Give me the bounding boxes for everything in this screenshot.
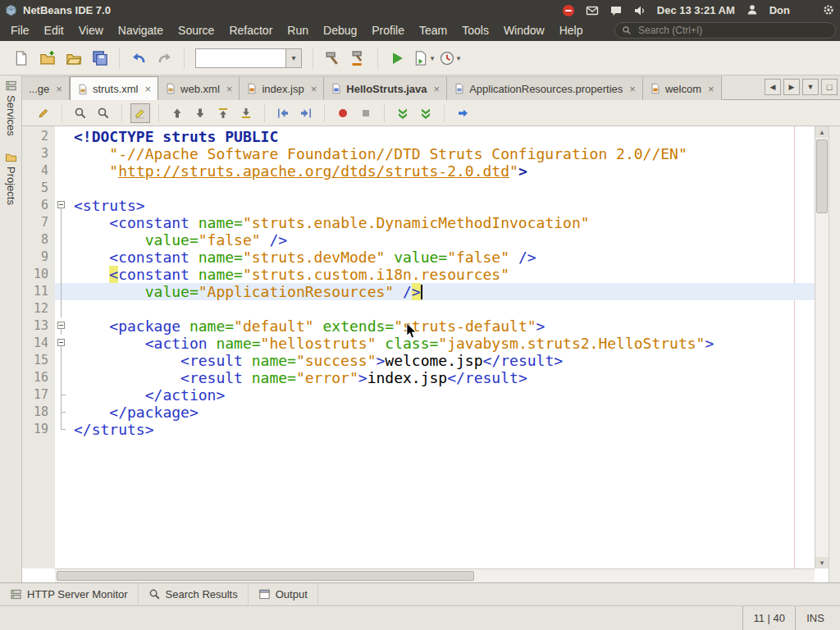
menu-navigate[interactable]: Navigate: [111, 20, 171, 41]
clock[interactable]: Dec 13 3:21 AM: [657, 4, 735, 16]
code-line-19[interactable]: 19</struts>: [22, 421, 815, 438]
tab--ge[interactable]: ...ge×: [22, 76, 70, 100]
new-project-button[interactable]: [36, 47, 59, 70]
volume-indicator[interactable]: [633, 2, 646, 17]
tab-web-xml[interactable]: web.xml×: [158, 76, 240, 100]
bottom-tab-http-server-monitor[interactable]: HTTP Server Monitor: [0, 583, 139, 605]
profile-project-button[interactable]: ▾: [438, 47, 461, 70]
quick-search[interactable]: [614, 22, 836, 39]
tab-struts-xml[interactable]: struts.xml×: [70, 76, 158, 100]
debug-project-button[interactable]: ▾: [412, 47, 435, 70]
code-line-6[interactable]: 6<struts>: [22, 197, 815, 214]
code-line-15[interactable]: 15 <result name="success">welcome.jsp</r…: [22, 352, 815, 369]
editor-panel[interactable]: 2<!DOCTYPE struts PUBLIC3 "-//Apache Sof…: [22, 126, 840, 582]
stop-macro-recording-button[interactable]: [356, 103, 376, 123]
tab-welcom[interactable]: welcom×: [643, 76, 722, 100]
open-project-button[interactable]: [62, 47, 85, 70]
code-area[interactable]: 2<!DOCTYPE struts PUBLIC3 "-//Apache Sof…: [22, 128, 815, 438]
menu-run[interactable]: Run: [280, 20, 316, 41]
go-forward-button[interactable]: [453, 103, 472, 123]
menu-tools[interactable]: Tools: [454, 20, 496, 41]
code-line-8[interactable]: 8 value="false" />: [22, 231, 815, 249]
uncomment-button[interactable]: [416, 103, 436, 123]
tab-close-icon[interactable]: ×: [311, 84, 317, 94]
menu-help[interactable]: Help: [552, 20, 591, 41]
code-line-11[interactable]: 11 value="ApplicationResources" />: [22, 283, 815, 300]
build-project-button[interactable]: [321, 47, 344, 70]
code-line-14[interactable]: 14 <action name="hellostruts" class="jav…: [22, 335, 815, 352]
maximize-window-button[interactable]: □: [821, 79, 838, 95]
tab-close-icon[interactable]: ×: [226, 84, 233, 94]
search-input[interactable]: [637, 24, 829, 37]
minus-box-icon[interactable]: [57, 201, 65, 208]
sidebar-item-services[interactable]: Services: [5, 80, 17, 136]
main-project-combobox[interactable]: ▾: [195, 48, 302, 68]
tab-close-icon[interactable]: ×: [145, 84, 152, 94]
chevron-down-icon[interactable]: ▾: [285, 49, 301, 67]
shift-line-right-button[interactable]: [296, 103, 316, 123]
chevron-down-icon[interactable]: ▾: [431, 54, 435, 62]
code-line-10[interactable]: 10 <constant name="struts.custom.i18n.re…: [22, 266, 815, 283]
menu-file[interactable]: File: [3, 20, 37, 41]
minus-box-icon[interactable]: [57, 322, 65, 329]
status-indicator[interactable]: [562, 2, 575, 17]
minus-box-icon[interactable]: [57, 339, 65, 346]
fold-collapse-icon[interactable]: [55, 335, 68, 352]
menu-team[interactable]: Team: [412, 20, 454, 41]
comment-button[interactable]: [393, 103, 413, 123]
menu-view[interactable]: View: [71, 20, 111, 41]
show-opened-documents-button[interactable]: ▼: [802, 79, 819, 95]
menu-debug[interactable]: Debug: [316, 20, 364, 41]
new-file-button[interactable]: [10, 47, 33, 70]
fold-collapse-icon[interactable]: [55, 197, 68, 214]
menu-window[interactable]: Window: [496, 20, 552, 41]
tab-applicationresources-properties[interactable]: ApplicationResources.properties×: [447, 76, 643, 100]
code-line-17[interactable]: 17 </action>: [22, 386, 815, 404]
menu-edit[interactable]: Edit: [37, 20, 71, 41]
shift-line-left-button[interactable]: [273, 103, 293, 123]
scroll-down-icon[interactable]: ▼: [815, 557, 829, 568]
save-all-button[interactable]: [89, 47, 112, 70]
horizontal-scrollbar[interactable]: [55, 568, 815, 582]
code-line-12[interactable]: 12: [22, 300, 815, 317]
code-line-13[interactable]: 13 <package name="default" extends="stru…: [22, 317, 815, 335]
toggle-highlight-search-button[interactable]: [130, 103, 150, 123]
bottom-tab-output[interactable]: Output: [249, 583, 318, 605]
tab-close-icon[interactable]: ×: [434, 84, 441, 94]
start-macro-recording-button[interactable]: [333, 103, 353, 123]
menu-refactor[interactable]: Refactor: [221, 20, 280, 41]
menu-profile[interactable]: Profile: [364, 20, 412, 41]
find-occurrence-button[interactable]: [94, 103, 113, 123]
code-line-5[interactable]: 5: [22, 180, 815, 197]
gear-icon[interactable]: [822, 3, 835, 16]
scroll-tabs-right-button[interactable]: ▶: [783, 79, 800, 95]
tab-hellostruts-java[interactable]: HelloStruts.java×: [324, 76, 447, 100]
code-line-4[interactable]: 4 "http://struts.apache.org/dtds/struts-…: [22, 162, 815, 180]
code-line-16[interactable]: 16 <result name="error">index.jsp</resul…: [22, 369, 815, 386]
menu-source[interactable]: Source: [171, 20, 221, 41]
mail-indicator[interactable]: [586, 2, 599, 17]
bottom-tab-search-results[interactable]: Search Results: [139, 583, 249, 605]
next-occurrence-button[interactable]: [190, 103, 210, 123]
sidebar-item-projects[interactable]: Projects: [5, 151, 17, 205]
code-line-9[interactable]: 9 <constant name="struts.devMode" value=…: [22, 249, 815, 266]
scrollbar-thumb[interactable]: [816, 139, 828, 213]
code-line-7[interactable]: 7 <constant name="struts.enable.DynamicM…: [22, 214, 815, 231]
chevron-down-icon[interactable]: ▾: [457, 54, 461, 62]
fold-collapse-icon[interactable]: [55, 317, 68, 335]
find-selection-button[interactable]: [71, 103, 90, 123]
last-edit-location-button[interactable]: [34, 103, 53, 123]
code-line-18[interactable]: 18 </package>: [22, 404, 815, 421]
scrollbar-thumb[interactable]: [57, 571, 474, 581]
next-bookmark-button[interactable]: [236, 103, 256, 123]
previous-bookmark-button[interactable]: [213, 103, 233, 123]
tab-close-icon[interactable]: ×: [708, 84, 714, 94]
previous-occurrence-button[interactable]: [167, 103, 187, 123]
tab-close-icon[interactable]: ×: [56, 84, 62, 94]
vertical-scrollbar[interactable]: ▲ ▼: [815, 126, 829, 568]
tab-close-icon[interactable]: ×: [629, 84, 636, 94]
chat-indicator[interactable]: [609, 2, 623, 17]
undo-button[interactable]: [127, 47, 150, 70]
code-line-2[interactable]: 2<!DOCTYPE struts PUBLIC: [22, 128, 815, 145]
scroll-tabs-left-button[interactable]: ◀: [765, 79, 781, 95]
